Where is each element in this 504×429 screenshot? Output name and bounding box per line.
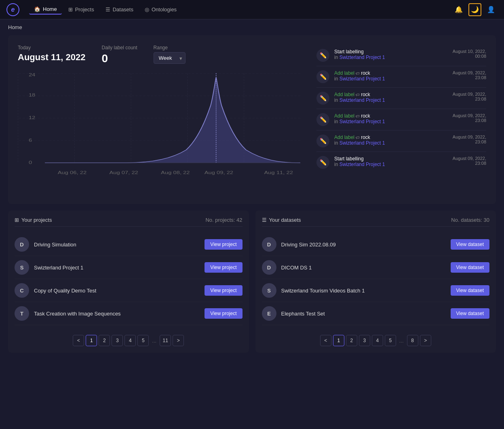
view-project-button[interactable]: View project	[205, 285, 242, 296]
nav-projects[interactable]: ⊞ Projects	[63, 4, 99, 15]
page-4-button[interactable]: 4	[124, 335, 136, 346]
navbar-right: 🔔 🌙 👤	[452, 3, 498, 16]
chart-container: 0 6 12 18 24 Aug 06, 22 Aug 07, 22 Aug 0…	[18, 73, 300, 194]
avatar: D	[15, 237, 29, 252]
svg-text:Aug 07, 22: Aug 07, 22	[109, 170, 138, 175]
view-project-button[interactable]: View project	[205, 262, 242, 273]
prev-page-button[interactable]: <	[320, 335, 331, 346]
list-item: S Swizterland Project 1 View project	[15, 256, 243, 279]
svg-text:Aug 09, 22: Aug 09, 22	[205, 170, 233, 175]
activity-item: ✏️ Start labelling in Swizterland Projec…	[316, 152, 486, 173]
user-button[interactable]: 👤	[485, 3, 498, 16]
page-3-button[interactable]: 3	[359, 335, 370, 346]
avatar: D	[262, 237, 276, 252]
avatar: E	[262, 306, 276, 321]
page-1-button[interactable]: 1	[86, 335, 97, 346]
view-dataset-button[interactable]: View dataset	[451, 262, 490, 273]
range-stat: Range Week Day Month	[154, 45, 186, 64]
breadcrumb: Home	[0, 19, 504, 35]
page-4-button[interactable]: 4	[372, 335, 383, 346]
theme-toggle-button[interactable]: 🌙	[468, 3, 481, 16]
datasets-panel-title: ☰ Your datasets	[262, 217, 301, 223]
page-2-button[interactable]: 2	[99, 335, 110, 346]
project-link[interactable]: Swizterland Project 1	[340, 76, 385, 82]
activity-item: ✏️ Add label 🏷 rock in Swizterland Proje…	[316, 109, 486, 130]
page-5-button[interactable]: 5	[137, 335, 149, 346]
page-1-button[interactable]: 1	[333, 335, 344, 346]
main-content: Today August 11, 2022 Daily label count …	[0, 35, 504, 361]
nav-ontologies[interactable]: ◎ Ontologies	[140, 4, 181, 15]
activity-item: ✏️ Start labelling in Swizterland Projec…	[316, 45, 486, 66]
view-project-button[interactable]: View project	[205, 239, 242, 250]
datasets-panel-icon: ☰	[262, 217, 267, 223]
projects-icon: ⊞	[68, 6, 73, 13]
avatar: C	[15, 283, 29, 298]
projects-panel: ⊞ Your projects No. projects: 42 D Drivi…	[8, 210, 249, 353]
projects-panel-header: ⊞ Your projects No. projects: 42	[15, 217, 243, 227]
avatar: S	[262, 283, 276, 298]
projects-pagination: < 1 2 3 4 5 ... 11 >	[15, 332, 243, 346]
page-8-button[interactable]: 8	[407, 335, 418, 346]
range-select[interactable]: Week Day Month	[154, 52, 186, 64]
list-item: D Driving Simulation View project	[15, 233, 243, 256]
list-item: E Elephants Test Set View dataset	[262, 302, 490, 325]
avatar: T	[15, 306, 29, 321]
navbar: e 🏠 Home ⊞ Projects ☰ Datasets ◎ Ontolog…	[0, 0, 504, 19]
svg-text:12: 12	[29, 115, 35, 120]
page-2-button[interactable]: 2	[346, 335, 357, 346]
project-link[interactable]: Swizterland Project 1	[340, 55, 385, 60]
activity-body: Add label 🏷 rock in Swizterland Project …	[334, 70, 448, 82]
svg-text:18: 18	[29, 93, 35, 98]
svg-text:Aug 06, 22: Aug 06, 22	[58, 170, 86, 175]
page-5-button[interactable]: 5	[385, 335, 396, 346]
prev-page-button[interactable]: <	[73, 335, 84, 346]
project-link[interactable]: Swizterland Project 1	[340, 97, 385, 103]
svg-text:Aug 08, 22: Aug 08, 22	[161, 170, 190, 175]
svg-text:0: 0	[29, 160, 32, 165]
view-dataset-button[interactable]: View dataset	[451, 239, 490, 250]
logo: e	[6, 3, 19, 16]
projects-panel-icon: ⊞	[15, 217, 19, 223]
home-icon: 🏠	[34, 6, 40, 12]
list-item: D DICOM DS 1 View dataset	[262, 256, 490, 279]
view-dataset-button[interactable]: View dataset	[451, 308, 490, 319]
next-page-button[interactable]: >	[420, 335, 431, 346]
avatar: S	[15, 260, 29, 275]
today-stat: Today August 11, 2022	[18, 45, 86, 63]
projects-count: No. projects: 42	[205, 217, 242, 223]
activity-section: ✏️ Start labelling in Swizterland Projec…	[316, 45, 486, 194]
chart-activity-layout: Today August 11, 2022 Daily label count …	[18, 45, 486, 194]
page-3-button[interactable]: 3	[112, 335, 123, 346]
view-dataset-button[interactable]: View dataset	[451, 285, 490, 296]
datasets-panel-header: ☰ Your datasets No. datasets: 30	[262, 217, 490, 227]
avatar: ✏️	[316, 49, 329, 62]
activity-body: Add label 🏷 rock in Swizterland Project …	[334, 135, 448, 146]
main-card: Today August 11, 2022 Daily label count …	[8, 35, 496, 204]
next-page-button[interactable]: >	[173, 335, 184, 346]
project-link[interactable]: Swizterland Project 1	[340, 162, 385, 167]
svg-text:6: 6	[29, 138, 32, 143]
project-link[interactable]: Swizterland Project 1	[340, 119, 385, 124]
activity-body: Add label 🏷 rock in Swizterland Project …	[334, 113, 448, 124]
page-ellipsis: ...	[398, 338, 405, 344]
activity-item: ✏️ Add label 🏷 rock in Swizterland Proje…	[316, 130, 486, 152]
activity-item: ✏️ Add label 🏷 rock in Swizterland Proje…	[316, 66, 486, 88]
view-project-button[interactable]: View project	[205, 308, 242, 319]
list-item: C Copy of Quality Demo Test View project	[15, 279, 243, 302]
avatar: D	[262, 260, 276, 275]
datasets-panel: ☰ Your datasets No. datasets: 30 D Drivi…	[255, 210, 496, 353]
projects-panel-title: ⊞ Your projects	[15, 217, 52, 223]
project-link[interactable]: Swizterland Project 1	[340, 140, 385, 146]
notification-button[interactable]: 🔔	[452, 3, 465, 16]
list-item: T Task Creation with Image Sequences Vie…	[15, 302, 243, 325]
nav-datasets[interactable]: ☰ Datasets	[101, 4, 138, 15]
nav-home[interactable]: 🏠 Home	[29, 4, 62, 15]
svg-rect-0	[18, 73, 300, 163]
activity-body: Start labelling in Swizterland Project 1	[334, 49, 448, 60]
logo-letter: e	[11, 6, 15, 13]
svg-text:24: 24	[29, 73, 35, 78]
activity-body: Add label 🏷 rock in Swizterland Project …	[334, 92, 448, 103]
activity-body: Start labelling in Swizterland Project 1	[334, 156, 448, 167]
page-11-button[interactable]: 11	[160, 335, 171, 346]
chart-section: Today August 11, 2022 Daily label count …	[18, 45, 300, 194]
